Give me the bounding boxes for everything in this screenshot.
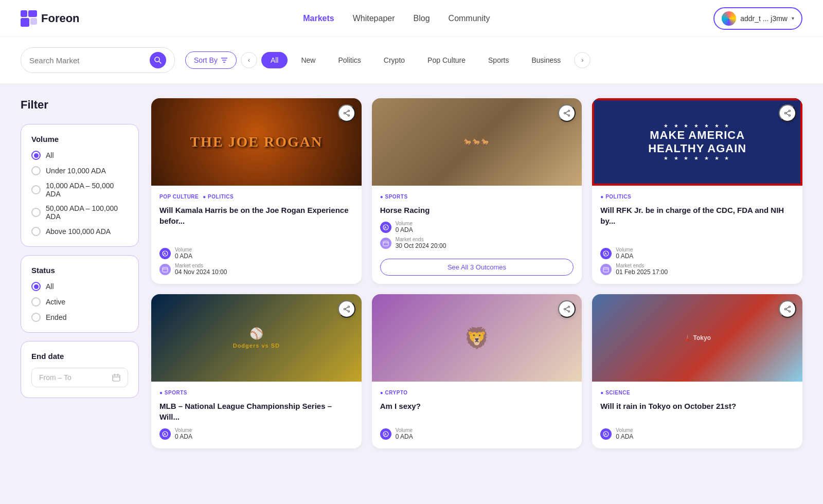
share-button-4[interactable] [338, 300, 355, 318]
category-business-button[interactable]: Business [522, 52, 570, 68]
enddate-filter-title: End date [31, 352, 128, 361]
svg-line-34 [786, 111, 789, 113]
svg-point-56 [784, 309, 786, 310]
svg-point-41 [348, 311, 349, 312]
radio-above100k-indicator [31, 227, 41, 236]
svg-point-54 [789, 306, 790, 308]
svg-point-23 [568, 115, 570, 116]
categories-bar: Sort By ‹ All New Politics Crypto Pop Cu… [185, 51, 591, 69]
volume-option-10k50k[interactable]: 10,000 ADA – 50,000 ADA [31, 182, 128, 198]
category-prev-button[interactable]: ‹ [241, 52, 257, 68]
category-crypto-button[interactable]: Crypto [374, 52, 414, 68]
status-filter-title: Status [31, 266, 128, 275]
card-tags-1: POP CULTURE ● POLITICS [159, 194, 353, 200]
header: Foreon Markets Whitepaper Blog Community… [0, 0, 823, 37]
status-option-active[interactable]: Active [31, 297, 128, 307]
category-new-button[interactable]: New [292, 52, 325, 68]
svg-point-14 [348, 115, 349, 116]
search-input[interactable] [29, 56, 146, 65]
share-icon [343, 110, 350, 117]
logo-icon [21, 10, 37, 27]
svg-rect-3 [30, 18, 37, 25]
share-button-3[interactable] [779, 104, 796, 122]
card-body-4: ● SPORTS MLB – National League Champions… [151, 382, 362, 448]
share-icon-2 [563, 110, 570, 117]
svg-rect-20 [163, 267, 168, 272]
card-title-5: Am I sexy? [380, 401, 574, 411]
svg-text:₳: ₳ [604, 433, 607, 436]
share-icon-6 [784, 305, 791, 313]
status-ended-indicator [31, 313, 41, 322]
image-placeholder-1: THE JOE ROGAN [151, 98, 362, 186]
nav-community[interactable]: Community [449, 14, 490, 23]
market-card-1: THE JOE ROGAN POP CULTURE ● POLITICS [151, 98, 362, 284]
card-image-2: 🐎🐎🐎 [372, 98, 582, 186]
svg-line-16 [345, 111, 348, 113]
rfk-stars-top: ★ ★ ★ ★ ★ ★ ★ [664, 123, 731, 129]
volume-option-above100k[interactable]: Above 100,000 ADA [31, 227, 128, 236]
search-button[interactable] [150, 52, 166, 68]
market-ends-row-1: Market ends 04 Nov 2024 10:00 [159, 263, 353, 276]
category-all-button[interactable]: All [261, 52, 288, 68]
markets-grid: THE JOE ROGAN POP CULTURE ● POLITICS [151, 98, 802, 448]
card-title-3: Will RFK Jr. be in charge of the CDC, FD… [600, 205, 794, 226]
user-address: addr_t ... j3mw [740, 14, 788, 23]
svg-line-25 [566, 111, 568, 113]
svg-point-32 [789, 115, 790, 116]
rfk-banner: ★ ★ ★ ★ ★ ★ ★ MAKE AMERICAHEALTHY AGAIN … [592, 98, 802, 186]
nav-blog[interactable]: Blog [414, 14, 430, 23]
category-next-button[interactable]: › [574, 52, 591, 68]
logo[interactable]: Foreon [21, 10, 80, 27]
market-card-4: ⚾ Dodgers vs SD ● SPORTS M [151, 294, 362, 448]
share-icon-5 [563, 305, 570, 313]
svg-point-22 [568, 110, 570, 112]
volume-option-under10k[interactable]: Under 10,000 ADA [31, 166, 128, 175]
tag-science-6: ● SCIENCE [600, 390, 630, 395]
volume-icon-2: ₳ [380, 222, 391, 233]
search-icon [154, 56, 162, 64]
svg-text:₳: ₳ [164, 252, 166, 256]
card-tags-3: ● POLITICS [600, 194, 794, 200]
search-filter-bar: Sort By ‹ All New Politics Crypto Pop Cu… [0, 37, 823, 84]
sort-by-button[interactable]: Sort By [185, 51, 237, 69]
filter-title: Filter [21, 98, 139, 112]
see-outcomes-button-2[interactable]: See All 3 Outcomes [380, 259, 574, 276]
nav-whitepaper[interactable]: Whitepaper [353, 14, 395, 23]
volume-row-2: ₳ Volume 0 ADA [380, 221, 574, 233]
volume-icon-6: ₳ [600, 428, 612, 440]
svg-text:₳: ₳ [164, 433, 166, 436]
volume-row-3: ₳ Volume 0 ADA [600, 247, 794, 260]
main-nav: Markets Whitepaper Blog Community [303, 14, 490, 23]
tag-sports-2: ● SPORTS [380, 194, 408, 200]
volume-row-6: ₳ Volume 0 ADA [600, 427, 794, 440]
card-tags-5: ● CRYPTO [380, 390, 574, 395]
svg-point-31 [789, 110, 790, 112]
status-option-all[interactable]: All [31, 282, 128, 291]
card-image-1: THE JOE ROGAN [151, 98, 362, 186]
volume-option-all[interactable]: All [31, 151, 128, 160]
user-wallet-button[interactable]: addr_t ... j3mw ▾ [713, 7, 802, 30]
category-sports-button[interactable]: Sports [479, 52, 518, 68]
card-meta-3: ₳ Volume 0 ADA Market ends 01 [600, 247, 794, 276]
card-image-4: ⚾ Dodgers vs SD [151, 294, 362, 382]
tag-popculture: POP CULTURE [159, 194, 199, 200]
svg-point-40 [348, 306, 349, 308]
share-button-6[interactable] [779, 300, 796, 318]
sidebar-filters: Filter Volume All Under 10,000 ADA 10,00… [21, 98, 139, 448]
card-meta-4: ₳ Volume 0 ADA [159, 427, 353, 440]
market-card-2: 🐎🐎🐎 ● SPORTS Horse Racing [372, 98, 582, 284]
status-active-indicator [31, 297, 41, 307]
volume-option-50k100k[interactable]: 50,000 ADA – 100,000 ADA [31, 204, 128, 221]
share-button-1[interactable] [338, 104, 355, 122]
volume-icon-3: ₳ [600, 248, 612, 259]
date-range-input[interactable]: From – To [31, 368, 128, 387]
category-politics-button[interactable]: Politics [329, 52, 370, 68]
category-popculture-button[interactable]: Pop Culture [418, 52, 475, 68]
nav-markets[interactable]: Markets [303, 14, 334, 23]
filter-icon [221, 57, 228, 64]
volume-icon-5: ₳ [380, 428, 391, 440]
market-card-5: 🦁 ● CRYPTO Am I sexy? [372, 294, 582, 448]
image-placeholder-2: 🐎🐎🐎 [372, 98, 582, 186]
card-tags-2: ● SPORTS [380, 194, 574, 200]
status-option-ended[interactable]: Ended [31, 313, 128, 322]
